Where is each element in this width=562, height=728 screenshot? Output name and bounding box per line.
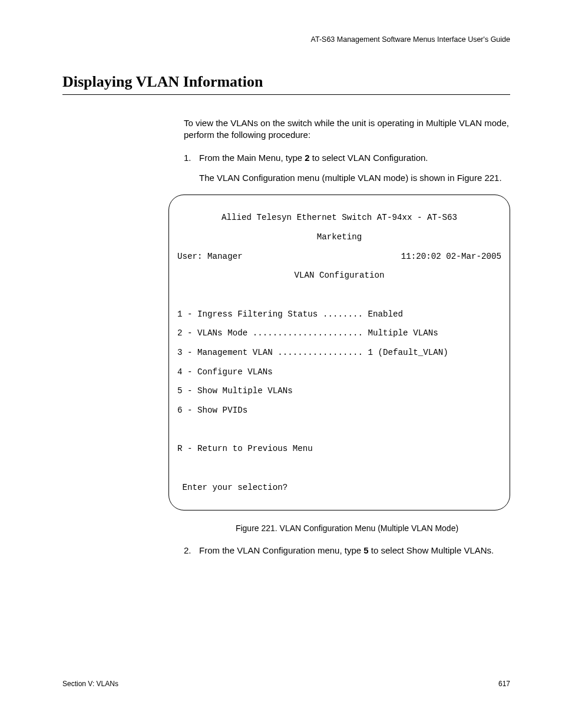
step-1-result: The VLAN Configuration menu (multiple VL… (199, 172, 510, 184)
terminal-line-4: 4 - Configure VLANs (177, 367, 501, 377)
footer-page-number: 617 (498, 680, 510, 688)
figure-caption: Figure 221. VLAN Configuration Menu (Mul… (184, 523, 510, 533)
terminal-line-return: R - Return to Previous Menu (177, 444, 501, 453)
step-2-text: From the VLAN Configuration menu, type 5… (199, 545, 510, 556)
terminal-timestamp: 11:20:02 02-Mar-2005 (401, 252, 501, 261)
terminal-blank-3 (177, 463, 501, 473)
step-2: 2. From the VLAN Configuration menu, typ… (184, 545, 510, 556)
terminal-line-6: 6 - Show PVIDs (177, 406, 501, 415)
terminal-line-3: 3 - Management VLAN ................. 1 … (177, 348, 501, 357)
terminal-line-1: 1 - Ingress Filtering Status ........ En… (177, 309, 501, 319)
step-1-bold: 2 (305, 153, 309, 163)
step-1: 1. From the Main Menu, type 2 to select … (184, 152, 510, 164)
step-2-bold: 5 (363, 545, 368, 555)
step-1-text-b: to select VLAN Configuration. (310, 153, 428, 163)
page-title: Displaying VLAN Information (62, 73, 510, 95)
page-footer: Section V: VLANs 617 (62, 680, 510, 688)
step-2-text-b: to select Show Multiple VLANs. (369, 545, 494, 555)
terminal-prompt: Enter your selection? (177, 483, 501, 492)
document-header: AT-S63 Management Software Menus Interfa… (62, 35, 510, 44)
terminal-user: User: Manager (177, 252, 243, 261)
step-1-number: 1. (184, 152, 199, 164)
footer-section: Section V: VLANs (62, 680, 118, 688)
terminal-blank-1 (177, 290, 501, 299)
terminal-section-title: VLAN Configuration (177, 271, 501, 280)
step-2-number: 2. (184, 545, 199, 556)
step-1-text-a: From the Main Menu, type (199, 153, 305, 163)
step-1-text: From the Main Menu, type 2 to select VLA… (199, 152, 510, 164)
intro-paragraph: To view the VLANs on the switch while th… (184, 117, 510, 141)
step-2-text-a: From the VLAN Configuration menu, type (199, 545, 363, 555)
terminal-subtitle: Marketing (177, 232, 501, 242)
terminal-screen: Allied Telesyn Ethernet Switch AT-94xx -… (168, 195, 510, 510)
terminal-line-5: 5 - Show Multiple VLANs (177, 386, 501, 396)
terminal-blank-2 (177, 425, 501, 434)
terminal-user-row: User: Manager11:20:02 02-Mar-2005 (177, 252, 501, 261)
terminal-title: Allied Telesyn Ethernet Switch AT-94xx -… (177, 213, 501, 222)
terminal-line-2: 2 - VLANs Mode ...................... Mu… (177, 328, 501, 338)
